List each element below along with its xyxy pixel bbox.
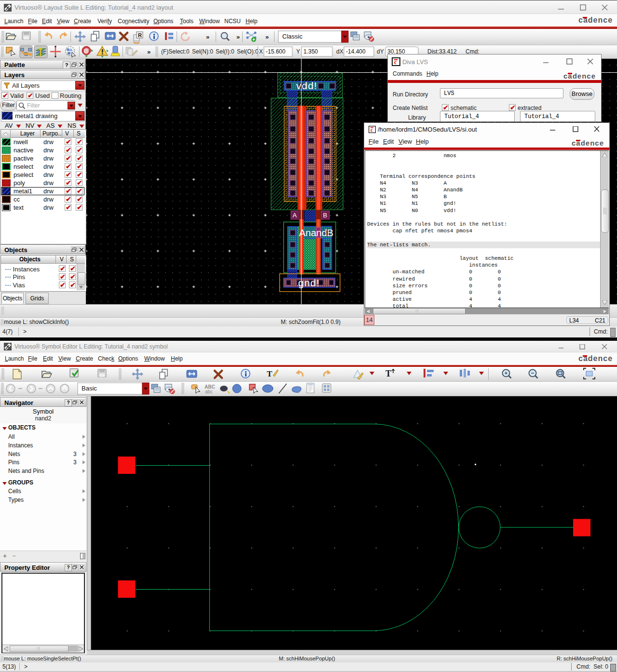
svg-text:Sel(I):0: Sel(I):0 <box>216 48 234 55</box>
svg-text:-15.600: -15.600 <box>266 48 286 55</box>
svg-text:1.350: 1.350 <box>303 48 318 55</box>
svg-text:»: » <box>206 33 209 40</box>
svg-text:T: T <box>267 369 273 378</box>
svg-text:dX: dX <box>336 48 343 55</box>
svg-text:Sel(N):0: Sel(N):0 <box>192 48 213 55</box>
svg-text:»: » <box>236 33 240 40</box>
svg-text:T: T <box>385 369 391 378</box>
svg-text:A: A <box>293 212 297 219</box>
svg-text:»: » <box>147 48 151 55</box>
svg-text:R: R <box>138 32 142 38</box>
svg-text:X: X <box>259 48 263 55</box>
svg-text:(F)Select:0: (F)Select:0 <box>161 48 190 55</box>
svg-text:Y: Y <box>296 48 300 55</box>
svg-text:B: B <box>323 212 328 219</box>
svg-text:dY: dY <box>377 48 384 55</box>
svg-text:»: » <box>265 33 269 40</box>
svg-text:Sel(O):0: Sel(O):0 <box>237 48 259 55</box>
svg-text:AnandB: AnandB <box>299 228 333 238</box>
svg-text:-14.400: -14.400 <box>346 48 366 55</box>
svg-text:Basic: Basic <box>82 385 97 392</box>
svg-text:abc: abc <box>205 389 213 394</box>
svg-text:vdd!: vdd! <box>296 80 317 91</box>
svg-text:Classic: Classic <box>282 33 302 40</box>
